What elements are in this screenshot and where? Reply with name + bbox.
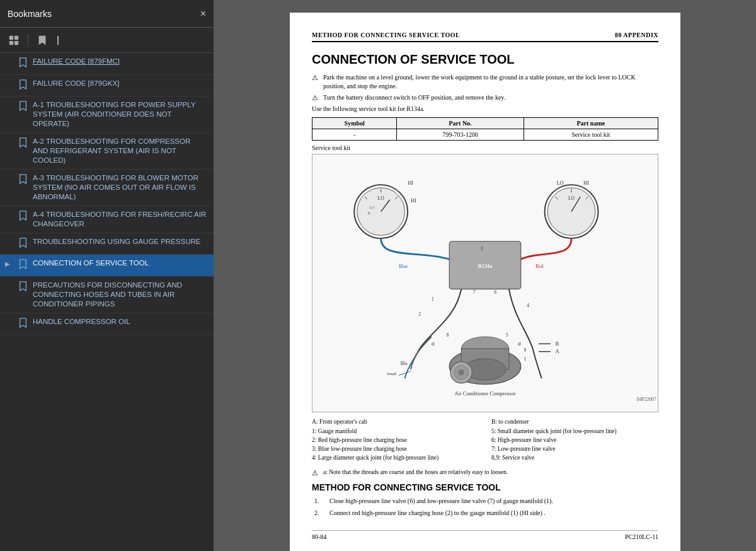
bookmarks-view-toggle-button[interactable] <box>6 33 21 48</box>
caption-5: 5: Small diameter quick joint (for low-p… <box>491 427 658 436</box>
step-1: 1. Close high-pressure line valve (6) an… <box>314 496 658 506</box>
warning-1-text: Park the machine on a level ground, lowe… <box>323 73 658 91</box>
bookmark-add-button[interactable] <box>35 33 50 48</box>
svg-text:LO: LO <box>568 195 575 201</box>
warning-bottom: ⚠ a: Note that the threads are coarse an… <box>312 469 658 477</box>
bookmark-flag-icon-4 <box>19 137 28 151</box>
svg-text:9: 9 <box>524 347 526 353</box>
svg-text:LO: LO <box>370 206 375 209</box>
bookmark-item-3[interactable]: A-1 TROUBLESHOOTING FOR POWER SUPPLY SYS… <box>0 96 214 133</box>
bookmarks-header: Bookmarks × <box>0 0 214 28</box>
caption-col-left: A: From operator's cab 1: Gauge manifold… <box>312 417 479 462</box>
svg-text:4: 4 <box>527 303 529 308</box>
bookmark-icon <box>37 35 48 46</box>
caption-2: 2: Red high-pressure line charging hose <box>312 436 479 444</box>
bookmark-flag-icon-7 <box>19 238 28 251</box>
svg-text:LO: LO <box>556 180 563 186</box>
caption-1: 1: Gauge manifold <box>312 427 479 436</box>
svg-text:2: 2 <box>418 311 421 317</box>
svg-text:a: a <box>432 341 435 347</box>
document-header: METHOD FOR CONNECTING SERVICE TOOL 80 AP… <box>312 32 658 42</box>
bookmarks-panel: Bookmarks × FAILURE CODE [879FMC]FAILURE… <box>0 0 214 551</box>
bookmark-label-8: CONNECTION OF SERVICE TOOL <box>33 258 207 268</box>
svg-text:84P22007: 84P22007 <box>637 397 656 402</box>
bookmark-item-9[interactable]: PRECAUTIONS FOR DISCONNECTING AND CONNEC… <box>0 277 214 313</box>
step-2-num: 2. <box>314 508 324 518</box>
bookmark-label-2: FAILURE CODE [879GKX] <box>33 79 207 88</box>
bookmarks-toolbar <box>0 28 214 53</box>
svg-text:7: 7 <box>473 289 476 295</box>
svg-text:HI: HI <box>411 198 416 204</box>
svg-text:R134a: R134a <box>478 264 493 270</box>
caption-89: 8,9: Service valve <box>491 453 658 462</box>
bookmark-flag-icon-8 <box>19 259 28 272</box>
header-right-text: 80 APPENDIX <box>615 32 658 38</box>
caption-3: 3: Blue low-pressure line charging hose <box>312 444 479 453</box>
bookmark-flag-icon-2 <box>19 79 28 93</box>
main-title: CONNECTION OF SERVICE TOOL <box>312 52 658 67</box>
svg-rect-0 <box>9 35 13 39</box>
service-tool-label: Service tool kit <box>312 144 658 151</box>
svg-text:HI: HI <box>408 180 413 186</box>
bookmark-item-7[interactable]: TROUBLESHOOTING USING GAUGE PRESSURE <box>0 233 214 255</box>
caption-row: A: From operator's cab 1: Gauge manifold… <box>312 417 658 462</box>
bookmark-label-10: HANDLE COMPRESSOR OIL <box>33 317 207 327</box>
svg-text:6: 6 <box>494 289 496 295</box>
bookmarks-title: Bookmarks <box>8 9 52 19</box>
svg-text:8: 8 <box>447 332 449 338</box>
table-cell-partno: 799-703-1200 <box>397 129 524 141</box>
cursor <box>57 36 59 45</box>
svg-text:3: 3 <box>480 246 483 252</box>
bookmark-flag-icon-10 <box>19 318 28 331</box>
bookmark-flag-icon-1 <box>19 57 28 71</box>
svg-rect-2 <box>9 40 13 44</box>
warning-bottom-text: a: Note that the threads are coarse and … <box>323 469 508 475</box>
svg-text:5: 5 <box>506 332 508 338</box>
bookmark-flag-icon-9 <box>19 281 28 294</box>
document-footer: 80-84 PC210LC-11 <box>312 530 658 540</box>
grid-icon <box>8 35 20 46</box>
svg-rect-1 <box>14 35 18 39</box>
svg-text:HI: HI <box>583 180 589 186</box>
bookmark-label-1: FAILURE CODE [879FMC] <box>33 57 207 66</box>
section-title: METHOD FOR CONNECTING SERVICE TOOL <box>312 482 658 492</box>
document-page: METHOD FOR CONNECTING SERVICE TOOL 80 AP… <box>290 13 680 551</box>
svg-text:Air Conditioner Compressor: Air Conditioner Compressor <box>454 390 515 397</box>
service-tool-diagram: LO 0 LO HI HI LO LO HI <box>312 154 658 412</box>
bookmark-item-4[interactable]: A-2 TROUBLESHOOTING FOR COMPRESSOR AND R… <box>0 133 214 170</box>
bookmark-label-5: A-3 TROUBLESHOOTING FOR BLOWER MOTOR SYS… <box>33 173 207 202</box>
svg-rect-3 <box>14 40 18 44</box>
bookmark-expand-icon-8: ▶ <box>5 260 14 268</box>
warning-2-text: Turn the battery disconnect switch to OF… <box>323 93 505 102</box>
table-header-partno: Part No. <box>397 118 524 129</box>
table-row: - 799-703-1200 Service tool kit <box>312 129 658 141</box>
bookmark-item-2[interactable]: FAILURE CODE [879GKX] <box>0 75 214 97</box>
service-table: Symbol Part No. Part name - 799-703-1200… <box>312 117 658 141</box>
bookmark-item-5[interactable]: A-3 TROUBLESHOOTING FOR BLOWER MOTOR SYS… <box>0 170 214 206</box>
bookmark-label-4: A-2 TROUBLESHOOTING FOR COMPRESSOR AND R… <box>33 137 207 165</box>
bookmark-item-10[interactable]: HANDLE COMPRESSOR OIL <box>0 313 214 335</box>
warning-icon-2: ⚠ <box>312 93 321 103</box>
bookmarks-list[interactable]: FAILURE CODE [879FMC]FAILURE CODE [879GK… <box>0 53 214 551</box>
svg-point-40 <box>458 369 464 375</box>
bookmark-label-3: A-1 TROUBLESHOOTING FOR POWER SUPPLY SYS… <box>33 100 207 129</box>
svg-text:Small: Small <box>387 372 397 376</box>
table-header-symbol: Symbol <box>312 118 397 129</box>
toolbar-separator-1 <box>28 34 28 47</box>
footer-left: 80-84 <box>312 533 326 540</box>
bookmark-flag-icon-3 <box>19 101 28 114</box>
svg-text:1: 1 <box>524 356 526 362</box>
warning-1: ⚠ Park the machine on a level ground, lo… <box>312 73 658 91</box>
close-bookmarks-button[interactable]: × <box>200 8 206 20</box>
warning-icon-1: ⚠ <box>312 73 321 83</box>
bookmark-label-9: PRECAUTIONS FOR DISCONNECTING AND CONNEC… <box>33 281 207 309</box>
bookmark-item-8[interactable]: ▶CONNECTION OF SERVICE TOOL <box>0 255 214 277</box>
bookmark-label-7: TROUBLESHOOTING USING GAUGE PRESSURE <box>33 237 207 246</box>
caption-a: A: From operator's cab <box>312 417 479 426</box>
bookmark-item-6[interactable]: A-4 TROUBLESHOOTING FOR FRESH/RECIRC AIR… <box>0 206 214 233</box>
warning-icon-bottom: ⚠ <box>312 469 321 477</box>
svg-text:LO: LO <box>378 195 385 201</box>
bookmark-item-1[interactable]: FAILURE CODE [879FMC] <box>0 53 214 75</box>
warning-2: ⚠ Turn the battery disconnect switch to … <box>312 93 658 103</box>
svg-text:a: a <box>518 341 521 347</box>
